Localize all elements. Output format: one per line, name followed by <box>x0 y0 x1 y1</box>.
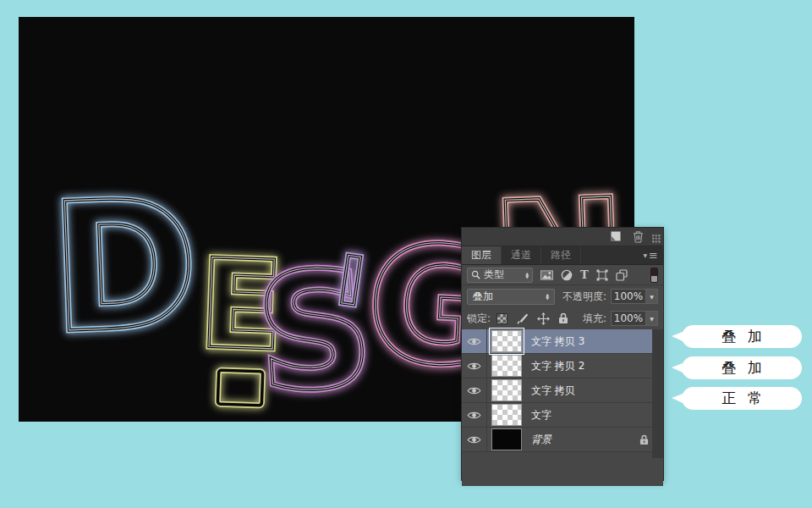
tab-layers-label: 图层 <box>471 248 491 262</box>
panel-tabs: 图层 通道 路径 ▼ ≡ <box>462 246 663 265</box>
lock-label: 锁定: <box>467 312 491 326</box>
visibility-eye-icon[interactable] <box>462 354 487 378</box>
filter-type-label: 类型 <box>484 268 504 282</box>
menu-lines-icon: ≡ <box>649 249 658 262</box>
lock-transparency-icon[interactable] <box>497 313 508 324</box>
opacity-label: 不透明度: <box>562 290 606 304</box>
caret-down-icon: ▼ <box>643 252 647 258</box>
new-layer-icon[interactable] <box>610 231 621 242</box>
callout-label: 叠 加 <box>718 327 765 346</box>
blend-mode-value: 叠加 <box>473 290 493 304</box>
layer-thumbnail[interactable] <box>491 404 522 426</box>
layer-row-background[interactable]: 背景 <box>462 428 652 452</box>
blend-mode-dropdown[interactable]: 叠加 ▲▼ <box>467 289 555 305</box>
layer-name: 背景 <box>531 433 551 447</box>
panel-resize-grip[interactable] <box>652 235 661 244</box>
panel-bottom-filler <box>462 458 663 486</box>
filter-type-layers-icon[interactable]: T <box>580 268 589 281</box>
panel-menu-button[interactable]: ▼ ≡ <box>638 246 663 264</box>
blend-mode-row: 叠加 ▲▼ 不透明度: 100% ▼ <box>462 285 663 307</box>
layer-row-text-copy-3[interactable]: 文字 拷贝 3 <box>462 329 652 354</box>
layer-row-text[interactable]: 文字 <box>462 403 652 428</box>
layer-name: 文字 拷贝 <box>531 384 575 398</box>
tab-paths-label: 路径 <box>551 248 571 262</box>
lock-row: 锁定: 填充: 100% ▼ <box>462 307 663 329</box>
visibility-eye-icon[interactable] <box>462 378 487 402</box>
lock-pixels-brush-icon[interactable] <box>516 312 529 325</box>
layer-row-text-copy[interactable]: 文字 拷贝 <box>462 378 652 403</box>
callout-label: 正 常 <box>718 389 765 408</box>
search-icon <box>471 270 480 279</box>
layers-panel: 图层 通道 路径 ▼ ≡ 类型 ▲▼ <box>461 227 664 481</box>
filter-shape-layers-icon[interactable] <box>596 269 608 281</box>
fill-label: 填充: <box>583 312 606 326</box>
filter-adjustment-layers-icon[interactable] <box>561 269 573 281</box>
tab-paths[interactable]: 路径 <box>541 246 581 264</box>
callout-label: 叠 加 <box>718 358 765 378</box>
layer-thumbnail[interactable] <box>491 379 522 401</box>
panel-top-bar[interactable] <box>462 228 663 246</box>
layer-thumbnail[interactable] <box>491 330 522 352</box>
opacity-value-field[interactable]: 100% <box>611 289 646 304</box>
filter-pixel-layers-icon[interactable] <box>540 270 553 280</box>
neon-letter-d: D D D D <box>47 161 202 373</box>
filter-smart-objects-icon[interactable] <box>616 269 628 281</box>
layer-name: 文字 拷贝 2 <box>531 359 584 373</box>
visibility-eye-icon[interactable] <box>462 403 487 427</box>
visibility-eye-icon[interactable] <box>462 329 487 353</box>
opacity-dropdown-button[interactable]: ▼ <box>646 289 658 304</box>
tab-channels[interactable]: 通道 <box>502 246 541 264</box>
layer-name: 文字 拷贝 3 <box>531 334 584 349</box>
updown-arrows-icon: ▲▼ <box>546 293 549 300</box>
tab-channels-label: 通道 <box>511 248 531 262</box>
layer-thumbnail[interactable] <box>491 355 522 377</box>
lock-all-icon[interactable] <box>558 312 568 324</box>
fill-value-field[interactable]: 100% <box>611 311 646 326</box>
callout-bubble-overlay-2: 叠 加 <box>682 356 802 379</box>
callout-bubble-normal: 正 常 <box>682 387 802 410</box>
svg-text:D: D <box>47 161 202 373</box>
layer-name: 文字 <box>531 408 551 422</box>
tab-layers[interactable]: 图层 <box>462 246 502 264</box>
filter-type-dropdown[interactable]: 类型 ▲▼ <box>467 268 533 283</box>
updown-arrows-icon: ▲▼ <box>525 272 529 279</box>
layer-list: 文字 拷贝 3 文字 拷贝 2 文字 拷贝 <box>462 329 663 458</box>
fill-dropdown-button[interactable]: ▼ <box>646 311 658 326</box>
lock-position-move-icon[interactable] <box>537 312 550 325</box>
layer-filter-row: 类型 ▲▼ T <box>462 265 663 285</box>
delete-layer-trash-icon[interactable] <box>632 230 645 243</box>
filtering-on-off-toggle[interactable] <box>650 268 658 283</box>
background-locked-icon <box>639 434 649 445</box>
layer-thumbnail[interactable] <box>491 428 522 450</box>
visibility-eye-icon[interactable] <box>462 428 487 451</box>
layer-row-text-copy-2[interactable]: 文字 拷贝 2 <box>462 354 652 378</box>
callout-bubble-overlay-1: 叠 加 <box>682 325 802 348</box>
